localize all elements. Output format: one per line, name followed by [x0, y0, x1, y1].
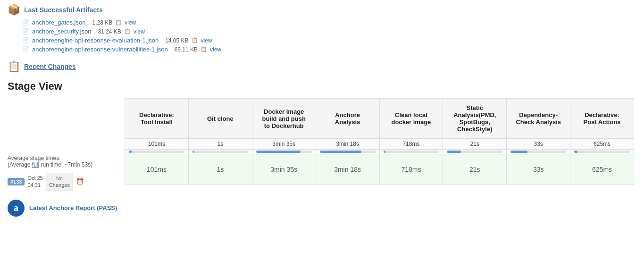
- progress-bar-cell: [443, 150, 507, 154]
- build-time-cell: 101ms: [125, 154, 189, 185]
- avg-full-suffix: run time: ~7min 53s): [39, 161, 92, 168]
- artifact-size: 69.11 KB: [175, 46, 198, 53]
- build-time-cell: 718ms: [379, 154, 443, 185]
- bottom-section: a Latest Anchore Report (PASS): [8, 200, 636, 217]
- build-time-cell: 1s: [188, 154, 252, 185]
- build-meta: Oct 25 04:31: [27, 175, 42, 189]
- stage-header-cell: Dependency-Check Analysis: [507, 99, 570, 139]
- view-icon: 📋: [192, 37, 198, 43]
- avg-time-cell: 21s: [443, 139, 507, 150]
- artifact-name[interactable]: anchore_security.json: [32, 28, 92, 35]
- file-icon: 📄: [23, 19, 29, 25]
- clock-icon[interactable]: ⏰: [76, 178, 84, 185]
- artifacts-icon: 📦: [8, 5, 20, 15]
- progress-track: [320, 151, 376, 153]
- build-time-cell: 3min 35s: [252, 154, 316, 185]
- stage-view-wrapper: Average stage times: (Average full run t…: [8, 98, 636, 191]
- build-time-cell: 33s: [507, 154, 570, 185]
- artifacts-title: Last Successful Artifacts: [24, 6, 103, 14]
- stage-header-cell: StaticAnalysis(PMD,SpotBugs,CheckStyle): [443, 99, 507, 139]
- stage-header-cell: Git clone: [188, 99, 252, 139]
- progress-track: [256, 151, 312, 153]
- no-changes-button[interactable]: NoChanges: [46, 173, 73, 191]
- view-icon: 📋: [124, 28, 131, 34]
- avg-time-row: 101ms1s3min 35s3min 18s718ms21s33s625ms: [125, 139, 634, 150]
- progress-track: [574, 151, 630, 153]
- recent-changes-link[interactable]: Recent Changes: [24, 63, 76, 70]
- artifacts-title-row: 📦 Last Successful Artifacts: [8, 5, 636, 15]
- stage-header-cell: Declarative:Tool Install: [125, 99, 189, 139]
- progress-fill: [192, 151, 194, 153]
- progress-bar-cell: [316, 150, 379, 154]
- progress-fill: [510, 151, 527, 153]
- anchore-report-link[interactable]: Latest Anchore Report (PASS): [29, 204, 117, 211]
- avg-time-cell: 101ms: [125, 139, 189, 150]
- progress-track: [192, 151, 248, 153]
- avg-time-cell: 718ms: [379, 139, 443, 150]
- artifact-list: 📄 anchore_gates.json 1.28 KB 📋 view 📄 an…: [8, 18, 636, 54]
- progress-bar-cell: [507, 150, 570, 154]
- build-time-cell: 625ms: [570, 154, 634, 185]
- file-icon: 📄: [23, 37, 29, 43]
- anchore-icon: a: [8, 200, 25, 217]
- avg-time-cell: 625ms: [570, 139, 634, 150]
- avg-time-cell: 3min 35s: [252, 139, 316, 150]
- progress-bar-cell: [379, 150, 443, 154]
- artifact-size: 31.24 KB: [98, 28, 121, 35]
- stage-header-cell: Docker imagebuild and pushto Dockerhub: [252, 99, 316, 139]
- recent-changes-row: 📋 Recent Changes: [8, 61, 636, 72]
- artifact-row: 📄 anchoreengine-api-response-vulnerabili…: [8, 45, 636, 54]
- artifact-row: 📄 anchoreengine-api-response-evaluation-…: [8, 36, 636, 45]
- artifact-view-link[interactable]: view: [210, 46, 221, 53]
- artifact-row: 📄 anchore_security.json 31.24 KB 📋 view: [8, 27, 636, 36]
- progress-fill: [256, 151, 301, 153]
- progress-row: [125, 150, 634, 154]
- progress-bar-cell: [570, 150, 634, 154]
- file-icon: 📄: [23, 28, 29, 34]
- page-container: 📦 Last Successful Artifacts 📄 anchore_ga…: [0, 0, 644, 221]
- artifact-row: 📄 anchore_gates.json 1.28 KB 📋 view: [8, 18, 636, 27]
- progress-track: [384, 151, 439, 153]
- avg-full-link[interactable]: full: [32, 161, 39, 168]
- progress-fill: [574, 151, 577, 153]
- build-date: Oct 25: [27, 175, 42, 181]
- artifact-name[interactable]: anchoreengine-api-response-vulnerabiliti…: [32, 46, 168, 53]
- artifact-view-link[interactable]: view: [201, 37, 212, 44]
- progress-track: [447, 151, 502, 153]
- progress-fill: [320, 151, 361, 153]
- build-row: #133 Oct 25 04:31 NoChanges ⏰: [8, 173, 121, 191]
- progress-bar-cell: [252, 150, 316, 154]
- progress-fill: [129, 151, 132, 153]
- stage-view-title: Stage View: [8, 80, 636, 92]
- stage-header-row: Declarative:Tool InstallGit cloneDocker …: [125, 99, 634, 139]
- progress-bar-cell: [188, 150, 252, 154]
- build-badge[interactable]: #133: [8, 178, 25, 185]
- avg-times-label: Average stage times: (Average full run t…: [8, 155, 121, 168]
- avg-time-cell: 33s: [507, 139, 570, 150]
- artifact-name[interactable]: anchore_gates.json: [32, 19, 85, 26]
- view-icon: 📋: [115, 19, 122, 25]
- stage-table: Declarative:Tool InstallGit cloneDocker …: [125, 98, 634, 185]
- avg-time-cell: 3min 18s: [316, 139, 379, 150]
- view-icon: 📋: [201, 46, 207, 52]
- artifact-size: 14.05 KB: [165, 37, 188, 44]
- artifact-view-link[interactable]: view: [125, 19, 136, 26]
- build-time-cell: 3min 18s: [316, 154, 379, 185]
- progress-fill: [447, 151, 460, 153]
- progress-track: [510, 151, 566, 153]
- stage-table-wrapper: Declarative:Tool InstallGit cloneDocker …: [125, 98, 636, 185]
- artifacts-section: 📦 Last Successful Artifacts 📄 anchore_ga…: [8, 5, 636, 54]
- stage-header-cell: AnchoreAnalysis: [316, 99, 379, 139]
- stage-header-cell: Declarative:Post Actions: [570, 99, 634, 139]
- progress-track: [129, 151, 184, 153]
- build-time-cell: 21s: [443, 154, 507, 185]
- stage-header-cell: Clean localdocker image: [379, 99, 443, 139]
- artifact-size: 1.28 KB: [92, 19, 112, 26]
- progress-fill: [384, 151, 386, 153]
- artifact-name[interactable]: anchoreengine-api-response-evaluation-1.…: [32, 37, 159, 44]
- file-icon: 📄: [23, 46, 29, 52]
- avg-stage-text: Average stage times:: [8, 155, 61, 161]
- artifact-view-link[interactable]: view: [134, 28, 145, 35]
- avg-full-prefix: (Average: [8, 161, 32, 168]
- progress-bar-cell: [125, 150, 189, 154]
